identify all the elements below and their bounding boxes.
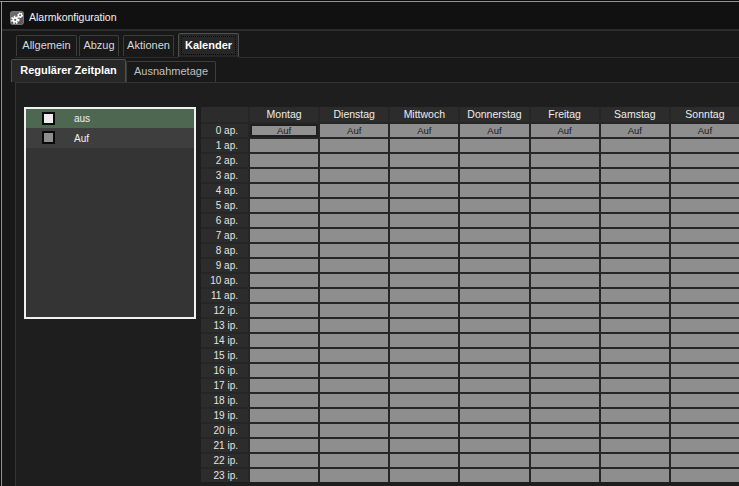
schedule-cell-r23-c1[interactable] bbox=[320, 469, 388, 482]
schedule-cell-r18-c6[interactable] bbox=[671, 394, 739, 407]
schedule-cell-r13-c6[interactable] bbox=[671, 319, 739, 332]
schedule-cell-r6-c0[interactable] bbox=[250, 214, 318, 227]
legend-row[interactable]: Auf bbox=[26, 128, 194, 148]
schedule-cell-r20-c6[interactable] bbox=[671, 424, 739, 437]
schedule-cell-r21-c0[interactable] bbox=[250, 439, 318, 452]
tab-abzug[interactable]: Abzug bbox=[79, 35, 119, 56]
schedule-cell-r18-c2[interactable] bbox=[390, 394, 458, 407]
schedule-cell-r9-c4[interactable] bbox=[531, 259, 599, 272]
subtab-regular[interactable]: Regulärer Zeitplan bbox=[11, 59, 126, 82]
schedule-cell-r5-c1[interactable] bbox=[320, 199, 388, 212]
schedule-cell-r2-c5[interactable] bbox=[601, 154, 669, 167]
schedule-cell-r0-c2[interactable]: Auf bbox=[390, 124, 458, 137]
schedule-cell-r10-c5[interactable] bbox=[601, 274, 669, 287]
schedule-cell-r17-c5[interactable] bbox=[601, 379, 669, 392]
schedule-cell-r5-c6[interactable] bbox=[671, 199, 739, 212]
schedule-cell-r10-c4[interactable] bbox=[531, 274, 599, 287]
schedule-cell-r14-c3[interactable] bbox=[460, 334, 528, 347]
schedule-cell-r0-c0[interactable]: Auf bbox=[250, 124, 318, 137]
schedule-cell-r3-c3[interactable] bbox=[460, 169, 528, 182]
schedule-cell-r4-c1[interactable] bbox=[320, 184, 388, 197]
schedule-cell-r1-c4[interactable] bbox=[531, 139, 599, 152]
schedule-cell-r2-c4[interactable] bbox=[531, 154, 599, 167]
schedule-cell-r21-c2[interactable] bbox=[390, 439, 458, 452]
schedule-cell-r7-c2[interactable] bbox=[390, 229, 458, 242]
schedule-cell-r15-c0[interactable] bbox=[250, 349, 318, 362]
schedule-legend-list[interactable]: aus Auf bbox=[24, 107, 196, 319]
title-bar[interactable]: Alarmkonfiguration bbox=[2, 2, 739, 29]
schedule-cell-r3-c0[interactable] bbox=[250, 169, 318, 182]
schedule-cell-r4-c5[interactable] bbox=[601, 184, 669, 197]
schedule-cell-r12-c0[interactable] bbox=[250, 304, 318, 317]
schedule-cell-r5-c0[interactable] bbox=[250, 199, 318, 212]
schedule-cell-r19-c0[interactable] bbox=[250, 409, 318, 422]
schedule-cell-r8-c6[interactable] bbox=[671, 244, 739, 257]
schedule-cell-r22-c4[interactable] bbox=[531, 454, 599, 467]
schedule-cell-r17-c4[interactable] bbox=[531, 379, 599, 392]
schedule-cell-r1-c5[interactable] bbox=[601, 139, 669, 152]
schedule-cell-r21-c1[interactable] bbox=[320, 439, 388, 452]
schedule-cell-r11-c6[interactable] bbox=[671, 289, 739, 302]
schedule-cell-r14-c0[interactable] bbox=[250, 334, 318, 347]
schedule-cell-r5-c4[interactable] bbox=[531, 199, 599, 212]
schedule-cell-r13-c3[interactable] bbox=[460, 319, 528, 332]
schedule-cell-r2-c2[interactable] bbox=[390, 154, 458, 167]
schedule-cell-r19-c2[interactable] bbox=[390, 409, 458, 422]
schedule-cell-r22-c1[interactable] bbox=[320, 454, 388, 467]
schedule-cell-r16-c6[interactable] bbox=[671, 364, 739, 377]
schedule-cell-r2-c3[interactable] bbox=[460, 154, 528, 167]
subtab-ausnahme[interactable]: Ausnahmetage bbox=[126, 61, 216, 82]
schedule-cell-r8-c2[interactable] bbox=[390, 244, 458, 257]
schedule-cell-r5-c2[interactable] bbox=[390, 199, 458, 212]
schedule-cell-r14-c6[interactable] bbox=[671, 334, 739, 347]
schedule-cell-r7-c5[interactable] bbox=[601, 229, 669, 242]
schedule-cell-r19-c5[interactable] bbox=[601, 409, 669, 422]
schedule-cell-r6-c5[interactable] bbox=[601, 214, 669, 227]
schedule-cell-r18-c5[interactable] bbox=[601, 394, 669, 407]
schedule-cell-r4-c0[interactable] bbox=[250, 184, 318, 197]
schedule-cell-r13-c0[interactable] bbox=[250, 319, 318, 332]
schedule-cell-r1-c6[interactable] bbox=[671, 139, 739, 152]
schedule-cell-r8-c5[interactable] bbox=[601, 244, 669, 257]
schedule-cell-r11-c3[interactable] bbox=[460, 289, 528, 302]
schedule-cell-r20-c3[interactable] bbox=[460, 424, 528, 437]
tab-aktionen[interactable]: Aktionen bbox=[123, 35, 174, 56]
schedule-cell-r21-c5[interactable] bbox=[601, 439, 669, 452]
schedule-cell-r13-c4[interactable] bbox=[531, 319, 599, 332]
schedule-cell-r23-c3[interactable] bbox=[460, 469, 528, 482]
schedule-cell-r7-c4[interactable] bbox=[531, 229, 599, 242]
schedule-cell-r16-c5[interactable] bbox=[601, 364, 669, 377]
schedule-cell-r23-c0[interactable] bbox=[250, 469, 318, 482]
schedule-cell-r2-c1[interactable] bbox=[320, 154, 388, 167]
schedule-cell-r18-c3[interactable] bbox=[460, 394, 528, 407]
schedule-cell-r13-c5[interactable] bbox=[601, 319, 669, 332]
schedule-cell-r7-c1[interactable] bbox=[320, 229, 388, 242]
schedule-cell-r10-c1[interactable] bbox=[320, 274, 388, 287]
schedule-cell-r19-c1[interactable] bbox=[320, 409, 388, 422]
schedule-cell-r1-c1[interactable] bbox=[320, 139, 388, 152]
schedule-cell-r0-c6[interactable]: Auf bbox=[671, 124, 739, 137]
schedule-cell-r17-c2[interactable] bbox=[390, 379, 458, 392]
schedule-cell-r9-c2[interactable] bbox=[390, 259, 458, 272]
schedule-cell-r12-c3[interactable] bbox=[460, 304, 528, 317]
schedule-cell-r4-c3[interactable] bbox=[460, 184, 528, 197]
schedule-cell-r16-c2[interactable] bbox=[390, 364, 458, 377]
schedule-cell-r23-c2[interactable] bbox=[390, 469, 458, 482]
schedule-cell-r9-c1[interactable] bbox=[320, 259, 388, 272]
schedule-cell-r2-c0[interactable] bbox=[250, 154, 318, 167]
schedule-cell-r22-c6[interactable] bbox=[671, 454, 739, 467]
schedule-cell-r12-c2[interactable] bbox=[390, 304, 458, 317]
schedule-cell-r20-c0[interactable] bbox=[250, 424, 318, 437]
schedule-cell-r19-c4[interactable] bbox=[531, 409, 599, 422]
schedule-cell-r3-c2[interactable] bbox=[390, 169, 458, 182]
schedule-cell-r6-c2[interactable] bbox=[390, 214, 458, 227]
schedule-cell-r15-c5[interactable] bbox=[601, 349, 669, 362]
schedule-cell-r13-c1[interactable] bbox=[320, 319, 388, 332]
schedule-cell-r22-c0[interactable] bbox=[250, 454, 318, 467]
schedule-cell-r21-c4[interactable] bbox=[531, 439, 599, 452]
schedule-cell-r6-c4[interactable] bbox=[531, 214, 599, 227]
schedule-cell-r0-c3[interactable]: Auf bbox=[460, 124, 528, 137]
schedule-cell-r1-c3[interactable] bbox=[460, 139, 528, 152]
schedule-cell-r6-c6[interactable] bbox=[671, 214, 739, 227]
schedule-cell-r15-c4[interactable] bbox=[531, 349, 599, 362]
